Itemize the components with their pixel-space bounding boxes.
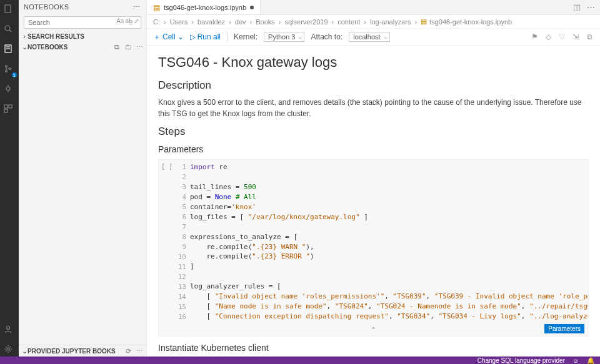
feedback-icon[interactable]: ☺ [571, 356, 580, 364]
collapse-icon[interactable]: ⇲ [571, 32, 580, 41]
code-content[interactable]: import re tail_lines = 500 pod = None # … [190, 160, 588, 325]
notebooks-icon[interactable] [3, 44, 16, 56]
heading-description: Description [158, 79, 589, 92]
svg-point-8 [9, 68, 11, 70]
breadcrumb[interactable]: C: Users bavaldez dev Books sqlserver201… [147, 15, 600, 29]
svg-point-6 [6, 66, 8, 67]
section-notebooks[interactable]: ⌄ NOTEBOOKS ⧉ 🗀 ⋯ [19, 41, 146, 52]
kernel-select[interactable]: Python 3 [264, 32, 304, 42]
attach-label: Attach to: [311, 32, 342, 41]
status-item[interactable]: Change SQL language provider [478, 357, 565, 364]
cell-prompt: [ ] [159, 160, 176, 325]
run-all-button[interactable]: ▷Run all [190, 32, 221, 41]
section-provided-books[interactable]: ⌄ PROVIDED JUPYTER BOOKS ⟳ ⋯ [19, 345, 146, 357]
attach-select[interactable]: localhost [349, 32, 389, 42]
tab-file[interactable]: ▤ tsg046-get-knox-logs.ipynb [147, 0, 261, 14]
notebook-toolbar: ＋Cell⌄ ▷Run all Kernel: Python 3 Attach … [147, 29, 600, 46]
source-control-icon[interactable]: 1 [3, 64, 16, 76]
refresh-icon[interactable]: ⟳ [124, 347, 132, 355]
chevron-down-icon: ⌄ [21, 43, 28, 51]
trusted-icon[interactable]: ⚑ [530, 32, 539, 41]
more-icon[interactable]: ⋯ [135, 347, 144, 355]
side-panel: NOTEBOOKS ⋯ Aa ab̲ ⤢ › SEARCH RESULTS ⌄ … [19, 0, 147, 357]
badge: 1 [12, 72, 17, 77]
more-icon[interactable]: ⋯ [132, 2, 141, 11]
chevron-right-icon: › [21, 32, 28, 40]
svg-point-1 [5, 26, 10, 31]
new-notebook-icon[interactable]: ⧉ [112, 42, 121, 51]
extensions-icon[interactable] [3, 104, 16, 116]
tab-filename: tsg046-get-knox-logs.ipynb [164, 4, 246, 11]
play-icon: ▷ [190, 32, 196, 41]
code-cell-parameters[interactable]: [ ] 12345678910111213141516 import re ta… [158, 159, 589, 337]
expand-icon[interactable]: ⧉ [585, 32, 594, 41]
chevron-down-icon: ⌄ [21, 347, 28, 355]
plus-icon: ＋ [153, 32, 161, 42]
expand-icon[interactable]: ⤢ [134, 17, 139, 24]
svg-point-16 [7, 348, 9, 350]
match-whole-word-icon[interactable]: ab̲ [125, 17, 132, 24]
debug-icon[interactable] [3, 84, 16, 96]
notebook-file-icon: ▤ [153, 3, 160, 12]
tab-bar: ▤ tsg046-get-knox-logs.ipynb ◫ ⋯ [147, 0, 600, 15]
svg-point-7 [6, 71, 8, 72]
editor: ▤ tsg046-get-knox-logs.ipynb ◫ ⋯ C: User… [147, 0, 600, 357]
kernel-label: Kernel: [234, 32, 258, 41]
restart-icon[interactable]: ♡ [558, 32, 566, 41]
clear-output-icon[interactable]: ◇ [544, 32, 552, 41]
section-search-results[interactable]: › SEARCH RESULTS [19, 31, 146, 41]
page-title: TSG046 - Knox gateway logs [158, 54, 589, 71]
svg-rect-13 [9, 105, 12, 108]
bell-icon[interactable]: 🔔 [586, 356, 595, 364]
status-bar: Change SQL language provider ☺ 🔔 [0, 357, 600, 364]
parameters-button[interactable]: Parameters [544, 324, 584, 333]
account-icon[interactable] [3, 324, 16, 337]
heading-parameters: Parameters [158, 144, 589, 154]
svg-line-2 [9, 30, 11, 32]
open-folder-icon[interactable]: 🗀 [124, 42, 132, 51]
line-gutter: 12345678910111213141516 [176, 160, 190, 325]
chevron-down-icon: ⌄ [178, 32, 184, 41]
notebook-body[interactable]: TSG046 - Knox gateway logs Description K… [147, 46, 600, 357]
description-text: Knox gives a 500 error to the client, an… [158, 97, 589, 119]
search-icon[interactable] [3, 24, 16, 36]
activity-bar: 1 [0, 0, 19, 357]
svg-rect-0 [5, 5, 11, 12]
match-case-icon[interactable]: Aa [116, 17, 124, 24]
settings-icon[interactable] [3, 344, 16, 357]
heading-instantiate: Instantiate Kubernetes client [158, 343, 589, 353]
cell-expand-toggle[interactable]: ⌃ [159, 325, 588, 336]
panel-title: NOTEBOOKS ⋯ [19, 0, 146, 14]
svg-rect-14 [4, 109, 8, 112]
dirty-indicator-icon [250, 6, 254, 9]
more-icon[interactable]: ⋯ [586, 3, 595, 12]
explorer-icon[interactable] [3, 4, 16, 16]
split-editor-icon[interactable]: ◫ [572, 3, 581, 12]
search-box: Aa ab̲ ⤢ [24, 16, 141, 29]
heading-steps: Steps [158, 125, 589, 138]
more-icon[interactable]: ⋯ [135, 42, 144, 51]
svg-point-9 [6, 87, 10, 91]
svg-rect-12 [4, 105, 8, 108]
svg-point-15 [7, 327, 10, 330]
add-cell-button[interactable]: ＋Cell⌄ [153, 32, 184, 42]
